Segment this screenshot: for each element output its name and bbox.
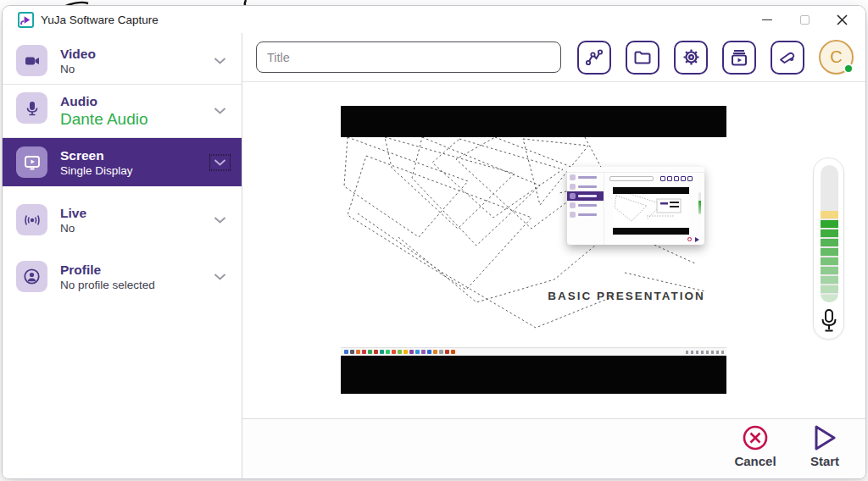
sidebar-item-audio[interactable]: Audio Dante Audio (3, 85, 242, 138)
sidebar-item-screen[interactable]: Screen Single Display (3, 138, 242, 186)
broadcast-icon (16, 204, 47, 235)
chevron-down-icon (214, 57, 226, 64)
analytics-share-button[interactable] (577, 41, 611, 75)
sidebar-item-label: Profile (60, 262, 155, 278)
start-play-icon (812, 424, 837, 451)
folder-button[interactable] (626, 41, 659, 75)
preview-system-tray (686, 351, 724, 354)
settings-button[interactable] (674, 41, 708, 75)
sidebar-item-label: Video (60, 46, 96, 62)
main-area: C (242, 33, 865, 478)
screen-capture-icon (16, 147, 47, 178)
slide-title: BASIC PRESENTATION (542, 290, 711, 302)
sidebar-item-value: Dante Audio (60, 109, 148, 130)
close-icon (837, 14, 848, 25)
chevron-down-icon[interactable] (214, 158, 226, 166)
audio-level-fill (821, 211, 838, 302)
title-bar: YuJa Software Capture (3, 6, 865, 33)
profile-icon (16, 261, 47, 292)
cancel-label: Cancel (734, 454, 776, 468)
online-status-dot (843, 64, 854, 74)
analytics-share-icon (584, 47, 604, 68)
start-label: Start (810, 454, 839, 468)
microphone-level-icon (820, 308, 838, 334)
sidebar-item-value: No (60, 221, 86, 235)
chevron-down-icon (214, 108, 226, 115)
microphone-icon (16, 92, 47, 124)
avatar-initial: C (830, 47, 842, 67)
toolbar: C (242, 33, 865, 82)
video-camera-icon (16, 45, 47, 76)
sidebar-item-label: Live (60, 205, 86, 221)
chevron-down-icon (214, 273, 226, 280)
title-input[interactable] (256, 41, 561, 73)
content-area: BASIC PRESENTATION (242, 82, 865, 418)
sidebar-item-live[interactable]: Live No (3, 196, 242, 243)
sidebar-item-value: Single Display (60, 163, 133, 178)
megaphone-icon (777, 47, 798, 68)
screen-capture-preview: BASIC PRESENTATION (341, 106, 726, 394)
preview-taskbar-icons (344, 350, 455, 354)
audio-level-track (821, 165, 838, 302)
media-library-icon (729, 47, 749, 68)
maximize-button[interactable] (786, 8, 823, 31)
sidebar-item-label: Screen (60, 147, 133, 163)
media-library-button[interactable] (722, 41, 756, 75)
audio-level-meter (813, 158, 844, 340)
sidebar-item-value: No profile selected (60, 278, 155, 292)
sidebar-item-label: Audio (60, 93, 148, 109)
preview-letterbox-bottom (341, 356, 726, 394)
chevron-down-icon (214, 216, 226, 224)
sidebar-item-value: No (60, 62, 96, 76)
minimize-button[interactable] (748, 8, 786, 31)
user-avatar[interactable]: C (819, 40, 854, 75)
start-button[interactable]: Start (803, 424, 847, 468)
sidebar-item-video[interactable]: Video No (3, 37, 242, 85)
preview-slide: BASIC PRESENTATION (341, 137, 726, 347)
announcements-button[interactable] (771, 41, 804, 75)
cancel-button[interactable]: Cancel (733, 424, 777, 468)
sidebar: Video No Audio Dante Audio (3, 33, 242, 478)
preview-mini-app-window (567, 167, 704, 245)
app-logo-icon (18, 12, 34, 28)
folder-icon (632, 47, 653, 68)
window-title: YuJa Software Capture (41, 14, 159, 26)
app-window: YuJa Software Capture (2, 5, 866, 479)
footer-bar: Cancel Start (242, 418, 865, 478)
settings-gear-icon (681, 47, 702, 68)
preview-letterbox-top (341, 106, 726, 137)
cancel-x-icon (742, 424, 769, 451)
preview-taskbar (341, 347, 726, 356)
sidebar-item-profile[interactable]: Profile No profile selected (3, 253, 242, 300)
close-button[interactable] (823, 8, 860, 31)
